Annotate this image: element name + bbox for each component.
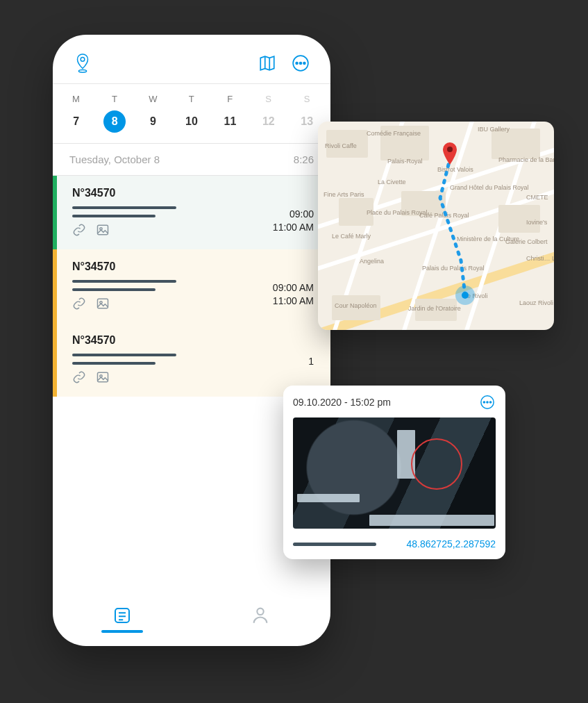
calendar-day[interactable]: M7 — [57, 94, 95, 133]
svg-point-5 — [303, 63, 305, 65]
image-icon[interactable] — [96, 370, 110, 387]
job-card[interactable]: N°3457009:00 AM11:00 AM — [53, 249, 330, 323]
photo-image[interactable] — [293, 417, 496, 529]
destination-pin-icon — [442, 142, 458, 167]
more-icon[interactable] — [479, 394, 496, 411]
svg-rect-8 — [98, 299, 108, 308]
job-times: 09:00 AM11:00 AM — [273, 281, 314, 308]
photo-card: 09.10.2020 - 15:02 pm 48.862725,2.287592 — [283, 386, 505, 559]
calendar-day[interactable]: T8 — [95, 94, 133, 133]
map-icon[interactable] — [257, 53, 278, 74]
photo-footer: 48.862725,2.287592 — [293, 538, 496, 549]
job-times: 09:0011:00 AM — [273, 208, 314, 234]
calendar-strip: M7T8W9T10F11S12S13 — [53, 84, 330, 143]
photo-header: 09.10.2020 - 15:02 pm — [293, 394, 496, 411]
svg-point-17 — [487, 402, 488, 403]
more-icon[interactable] — [290, 53, 311, 74]
current-time: 8:26 — [294, 154, 314, 165]
route-path — [318, 122, 554, 330]
link-icon[interactable] — [72, 297, 86, 313]
header-actions — [257, 53, 311, 74]
origin-marker — [455, 286, 475, 305]
job-card[interactable]: N°3457009:0011:00 AM — [53, 176, 330, 249]
svg-point-18 — [489, 402, 491, 403]
caption-placeholder — [293, 543, 376, 546]
job-list: N°3457009:0011:00 AMN°3457009:00 AM11:00… — [53, 176, 330, 397]
svg-rect-6 — [98, 225, 108, 234]
annotation-circle — [411, 438, 462, 490]
svg-point-14 — [447, 147, 453, 152]
svg-rect-10 — [98, 372, 108, 381]
job-title: N°34570 — [72, 260, 314, 273]
job-title: N°34570 — [72, 334, 314, 347]
agenda-icon — [112, 605, 133, 626]
tab-bar — [53, 592, 330, 646]
image-icon[interactable] — [96, 223, 110, 240]
calendar-day[interactable]: S12 — [249, 94, 287, 133]
tab-agenda[interactable] — [53, 592, 192, 646]
svg-point-16 — [483, 402, 485, 403]
link-icon[interactable] — [72, 370, 86, 387]
job-times: 1 — [308, 355, 314, 368]
photo-coords[interactable]: 48.862725,2.287592 — [407, 538, 496, 549]
svg-point-0 — [81, 58, 85, 62]
date-bar: Tuesday, October 8 8:26 — [53, 144, 330, 175]
photo-timestamp: 09.10.2020 - 15:02 pm — [293, 397, 391, 408]
link-icon[interactable] — [72, 223, 86, 240]
calendar-day[interactable]: W9 — [134, 94, 172, 133]
calendar-day[interactable]: F11 — [211, 94, 249, 133]
tab-profile[interactable] — [192, 592, 330, 646]
image-icon[interactable] — [96, 297, 110, 313]
calendar-day[interactable]: T10 — [172, 94, 210, 133]
svg-point-13 — [257, 609, 263, 615]
job-title: N°34570 — [72, 187, 314, 199]
map-card[interactable]: Rivoli Caffe Comédie Française IBU Galle… — [318, 122, 554, 330]
profile-icon — [251, 605, 270, 625]
svg-point-1 — [78, 69, 86, 72]
svg-point-3 — [296, 63, 298, 65]
current-date: Tuesday, October 8 — [69, 154, 160, 165]
app-header — [53, 35, 330, 83]
location-pin-icon[interactable] — [72, 53, 93, 74]
svg-point-4 — [300, 63, 302, 65]
